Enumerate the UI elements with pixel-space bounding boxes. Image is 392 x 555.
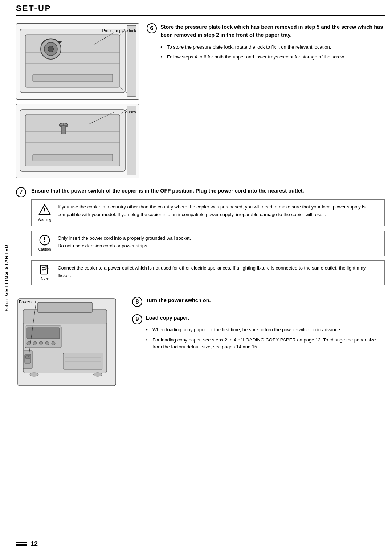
page-num-line1 <box>16 542 27 543</box>
caution-box: ! Caution Only insert the power cord int… <box>31 231 385 256</box>
warning-icon-col: ! Warning <box>36 203 53 222</box>
step7-row: 7 Ensure that the power switch of the co… <box>16 187 385 289</box>
warning-label: Warning <box>38 217 52 222</box>
diagram1-label: Pressure plate lock <box>102 28 136 33</box>
warning-triangle-icon: ! <box>38 203 51 216</box>
diagram2-label: Screw <box>125 109 136 114</box>
svg-rect-11 <box>127 25 136 96</box>
step6-bullet1: To store the pressure plate lock, rotate… <box>160 44 385 51</box>
diagram1-svg <box>16 24 140 98</box>
step9-heading: Load copy paper. <box>146 314 385 322</box>
sidebar: GETTING STARTED Set-up <box>0 0 13 555</box>
warning-box: ! Warning If you use the copier in a cou… <box>31 199 385 226</box>
svg-point-41 <box>33 341 37 345</box>
step89-image-col: Power on <box>16 297 125 390</box>
svg-rect-8 <box>33 74 113 82</box>
note-text: Connect the copier to a power outlet whi… <box>58 264 380 280</box>
note-doc-icon <box>40 264 50 275</box>
svg-rect-39 <box>27 328 60 339</box>
step9-inline: 9 Load copy paper. When loading copy pap… <box>132 314 385 353</box>
note-icon-col: Note <box>36 264 53 281</box>
svg-text:!: ! <box>44 207 46 214</box>
step6-content: 6 Store the pressure plate lock which ha… <box>147 23 385 64</box>
page-header: SET-UP <box>16 4 385 16</box>
svg-rect-21 <box>33 154 113 161</box>
caution-text: Only insert the power cord into a proper… <box>58 235 380 250</box>
svg-point-44 <box>52 341 55 345</box>
step6-row: Pressure plate lock <box>16 23 385 178</box>
svg-rect-20 <box>61 126 66 134</box>
svg-rect-37 <box>38 302 92 312</box>
page-number-text: 12 <box>30 540 38 548</box>
caution-icon-col: ! Caution <box>36 235 53 252</box>
svg-point-42 <box>39 341 43 345</box>
svg-point-52 <box>30 373 38 376</box>
caution-line1: Only insert the power cord into a proper… <box>58 235 380 242</box>
note-box: Note Connect the copier to a power outle… <box>31 260 385 285</box>
svg-point-40 <box>27 341 30 345</box>
caution-label: Caution <box>38 247 51 252</box>
step89-row: Power on 8 Turn the power switch on. <box>16 297 385 390</box>
caution-circle-icon: ! <box>39 235 50 246</box>
step8-inline: 8 Turn the power switch on. <box>132 297 385 309</box>
step9-bullets: When loading copy paper for the first ti… <box>146 326 385 351</box>
power-on-label: Power on <box>19 300 36 304</box>
step6-bullet2: Follow steps 4 to 6 for both the upper a… <box>160 53 385 61</box>
step6-number: 6 <box>147 23 157 33</box>
page-title: SET-UP <box>16 4 51 13</box>
diagram2-box: Screw <box>16 104 139 178</box>
page-num-line2 <box>16 544 27 546</box>
step6-heading: Store the pressure plate lock which has … <box>160 23 385 39</box>
page-num-decoration <box>16 542 27 546</box>
svg-point-53 <box>93 373 102 376</box>
diagram2-svg <box>16 104 140 177</box>
sidebar-setup-label: Set-up <box>4 299 9 311</box>
sidebar-getting-started-label: GETTING STARTED <box>4 244 9 296</box>
step6-images: Pressure plate lock <box>16 23 139 178</box>
step89-text-col: 8 Turn the power switch on. 9 Load copy … <box>132 297 385 358</box>
step9-bullet1: When loading copy paper for the first ti… <box>146 326 385 333</box>
warning-text: If you use the copier in a country other… <box>58 203 380 219</box>
svg-rect-51 <box>25 356 30 358</box>
step8-heading: Turn the power switch on. <box>146 297 211 305</box>
page-number-area: 12 <box>16 540 38 548</box>
note-label: Note <box>41 276 48 281</box>
svg-rect-22 <box>127 106 136 175</box>
diagram1-box: Pressure plate lock <box>16 23 139 100</box>
copier-image-svg <box>16 297 119 389</box>
svg-point-6 <box>48 46 54 52</box>
step8-number: 8 <box>132 297 142 307</box>
step9-number: 9 <box>132 314 142 324</box>
step6-bullets: To store the pressure plate lock, rotate… <box>160 44 385 61</box>
step7-heading: Ensure that the power switch of the copi… <box>31 187 385 195</box>
step7-number: 7 <box>16 187 26 197</box>
caution-line2: Do not use extension cords or power stri… <box>58 242 380 250</box>
svg-text:!: ! <box>44 236 46 243</box>
step9-bullet2: For loading copy paper, see steps 2 to 4… <box>146 336 385 351</box>
svg-point-43 <box>45 341 49 345</box>
